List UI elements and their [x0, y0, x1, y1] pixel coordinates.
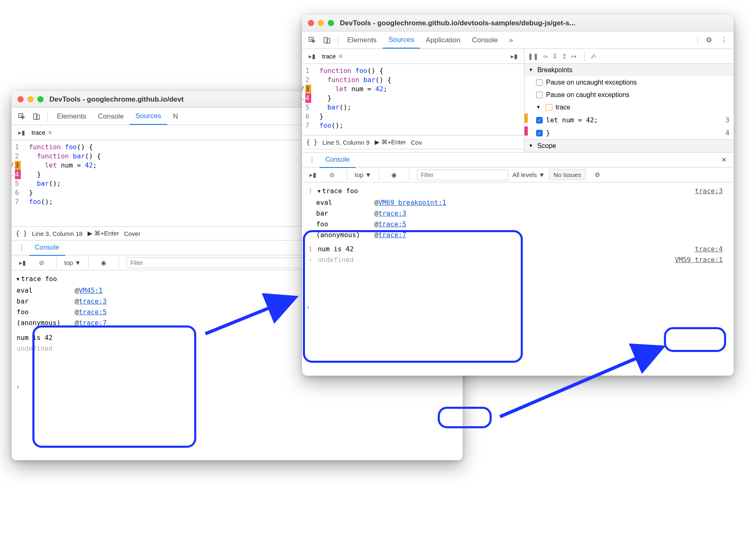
line-number[interactable]: 6	[305, 112, 311, 121]
line-number[interactable]: 7	[305, 121, 311, 130]
line-number[interactable]: 4	[15, 170, 21, 179]
code-line[interactable]: }	[29, 170, 101, 179]
checkbox-checked-icon[interactable]: ✓	[536, 117, 543, 124]
eye-icon[interactable]: ◉	[388, 169, 400, 181]
clear-icon[interactable]: ⊘	[326, 169, 338, 181]
code-line[interactable]: }	[29, 188, 101, 197]
line-number[interactable]: 1	[15, 143, 21, 152]
tab-console[interactable]: Console	[92, 109, 129, 124]
more-files-icon[interactable]: ▸▮	[508, 51, 520, 62]
code-line[interactable]: bar();	[29, 179, 101, 188]
checkbox-icon[interactable]	[536, 92, 543, 98]
checkbox-icon[interactable]	[536, 79, 543, 86]
stack-frame[interactable]: bar@ trace:3	[316, 208, 729, 219]
eye-icon[interactable]: ◉	[98, 257, 110, 269]
line-number[interactable]: 2	[305, 75, 311, 85]
inspect-icon[interactable]	[16, 111, 27, 122]
line-number[interactable]: 6	[15, 188, 21, 197]
bp-file-row[interactable]: ▼trace	[524, 101, 734, 114]
code-editor[interactable]: function foo() { function bar() { let nu…	[315, 64, 395, 135]
step-over-icon[interactable]: ⤼	[543, 53, 548, 60]
device-icon[interactable]	[31, 111, 42, 122]
file-tab[interactable]: trace ✕	[29, 127, 55, 138]
play-context-icon[interactable]: ▸▮	[307, 169, 319, 181]
kebab-icon[interactable]: ⋮	[718, 34, 729, 46]
more-icon[interactable]: ⋮	[306, 154, 318, 166]
step-out-icon[interactable]: ↥	[562, 53, 567, 60]
zoom-dot[interactable]	[37, 96, 44, 102]
line-number[interactable]: 4	[305, 94, 311, 103]
drawer-tab-console[interactable]: Console	[319, 152, 356, 168]
context-selector[interactable]: top ▼	[355, 171, 371, 178]
trace-header[interactable]: ⟩ ▼trace foo trace:3	[307, 186, 729, 197]
pause-caught-row[interactable]: Pause on caught exceptions	[524, 89, 734, 101]
context-selector[interactable]: top ▼	[64, 259, 81, 266]
tab-sources[interactable]: Sources	[129, 108, 167, 125]
pause-uncaught-row[interactable]: Pause on uncaught exceptions	[524, 76, 734, 89]
bp-line-row[interactable]: ✓}4	[524, 126, 734, 139]
stack-frame[interactable]: foo@ trace:5	[316, 219, 729, 230]
code-line[interactable]: foo();	[319, 121, 391, 130]
gear-icon[interactable]: ⚙	[703, 34, 715, 46]
code-line[interactable]: }	[319, 94, 391, 103]
line-number[interactable]: 5	[15, 179, 21, 188]
source-link[interactable]: trace:7	[79, 318, 107, 328]
source-link[interactable]: trace:5	[378, 219, 406, 230]
source-link[interactable]: trace:4	[695, 244, 723, 255]
code-line[interactable]: foo();	[29, 197, 101, 206]
levels-selector[interactable]: All levels ▼	[512, 171, 545, 178]
more-tabs-icon[interactable]: »	[505, 34, 517, 46]
close-icon[interactable]: ✕	[338, 53, 343, 60]
close-dot[interactable]	[17, 96, 24, 102]
prompt-line[interactable]: ›	[16, 381, 22, 392]
tab-elements[interactable]: Elements	[51, 109, 92, 124]
code-editor[interactable]: function foo() { function bar() { let nu…	[25, 140, 105, 226]
source-link[interactable]: trace:3	[695, 186, 723, 197]
line-number[interactable]: 2	[15, 152, 21, 161]
more-icon[interactable]: ⋮	[16, 242, 27, 254]
code-line[interactable]: function bar() {	[319, 75, 391, 85]
source-link[interactable]: trace:7	[378, 230, 406, 240]
pause-icon[interactable]: ❚❚	[528, 53, 539, 60]
navigator-toggle-icon[interactable]: ▸▮	[306, 51, 318, 62]
line-number[interactable]: 1	[305, 66, 311, 75]
close-dot[interactable]	[308, 20, 314, 26]
minimize-dot[interactable]	[318, 20, 324, 26]
breakpoints-header[interactable]: ▼Breakpoints	[524, 64, 734, 76]
navigator-toggle-icon[interactable]: ▸▮	[16, 127, 27, 138]
tab-application[interactable]: Application	[420, 32, 466, 48]
source-link[interactable]: trace:3	[79, 296, 107, 307]
console-filter-input[interactable]	[417, 170, 508, 180]
bp-line-row[interactable]: ✓let num = 42;3	[524, 114, 734, 126]
zoom-dot[interactable]	[328, 20, 334, 26]
code-line[interactable]: function foo() {	[29, 143, 101, 152]
stack-frame[interactable]: eval@ VM69 breakpoint:1	[316, 197, 729, 208]
source-link[interactable]: VM69 breakpoint:1	[378, 197, 446, 208]
scope-header[interactable]: ▼Scope	[524, 140, 734, 152]
source-link[interactable]: trace:5	[79, 307, 107, 318]
code-line[interactable]: bar();	[319, 103, 391, 112]
gear-icon[interactable]: ⚙	[592, 169, 603, 181]
prompt-line[interactable]: ›	[306, 302, 313, 313]
play-context-icon[interactable]: ▸▮	[17, 257, 28, 269]
source-link[interactable]: VM45:1	[79, 285, 103, 296]
tab-sources[interactable]: Sources	[383, 32, 420, 49]
checkbox-checked-icon[interactable]: ✓	[536, 130, 543, 136]
tab-console[interactable]: Console	[466, 32, 503, 48]
close-drawer-icon[interactable]: ✕	[718, 154, 729, 166]
source-link[interactable]: VM59 trace:1	[675, 255, 723, 265]
inspect-icon[interactable]	[306, 34, 318, 46]
clear-icon[interactable]: ⊘	[36, 257, 47, 269]
tab-elements[interactable]: Elements	[341, 32, 383, 48]
line-number[interactable]: 5	[305, 103, 311, 112]
line-number[interactable]: 7	[15, 197, 21, 206]
device-icon[interactable]	[321, 34, 333, 46]
close-icon[interactable]: ✕	[48, 129, 53, 136]
minimize-dot[interactable]	[27, 96, 34, 102]
issues-button[interactable]: No Issues	[549, 170, 586, 180]
stack-frame[interactable]: (anonymous)@ trace:7	[316, 230, 729, 240]
file-tab[interactable]: trace ✕	[319, 51, 346, 61]
braces-icon[interactable]: { }	[16, 230, 27, 237]
line-number[interactable]: 3	[15, 161, 21, 170]
code-line[interactable]: function bar() {	[29, 152, 101, 161]
